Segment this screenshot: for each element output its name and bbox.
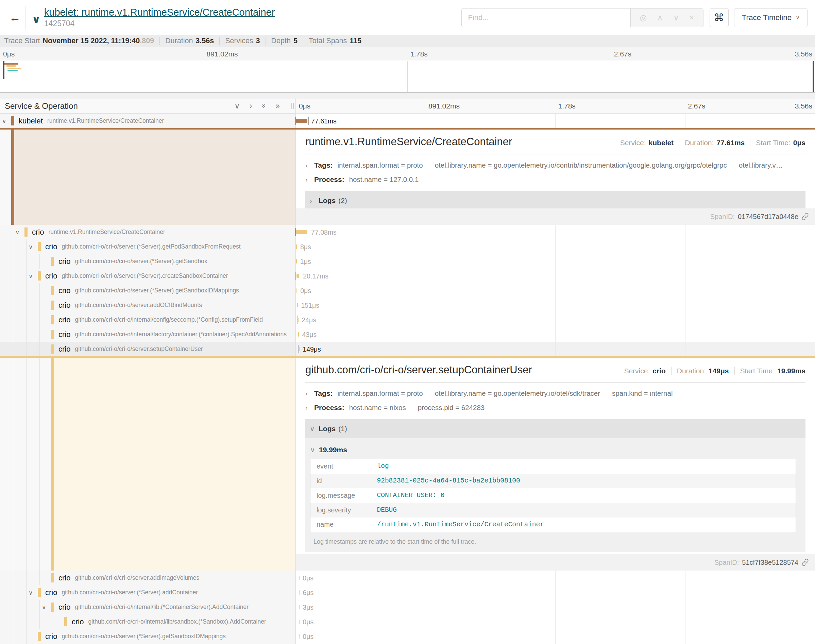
tick-label: 3.56s xyxy=(795,102,812,110)
find-input[interactable] xyxy=(461,8,630,27)
header-toolbar: ◎ ∧ ∨ × ⌘ Trace Timeline ∨ xyxy=(461,8,807,27)
span-detail-card: runtime.v1.RuntimeService/CreateContaine… xyxy=(296,130,815,209)
tags-row[interactable]: › Tags: internal.span.format = protootel… xyxy=(305,161,806,169)
span-row[interactable]: ∨crioruntime.v1.RuntimeService/CreateCon… xyxy=(0,225,815,239)
logs-toggle[interactable]: ∨ Logs (1) xyxy=(305,419,806,438)
service-label: Service: xyxy=(624,367,650,375)
operation-name: github.com/cri-o/cri-o/internal/lib/sand… xyxy=(88,618,266,625)
detail-main: runtime.v1.RuntimeService/CreateContaine… xyxy=(296,130,815,225)
span-duration-bar[interactable] xyxy=(297,303,298,307)
process-label: Process: xyxy=(314,403,345,412)
copy-link-icon[interactable] xyxy=(801,559,809,566)
log-field-value: CONTAINER USER: 0 xyxy=(377,488,796,503)
span-row[interactable]: criogithub.com/cri-o/cri-o/internal/fact… xyxy=(0,327,815,342)
span-row[interactable]: ∨kubeletruntime.v1.RuntimeService/Create… xyxy=(0,113,815,128)
service-name: crio xyxy=(45,588,57,597)
span-duration-bar[interactable] xyxy=(299,347,300,351)
span-detail-meta: Service: kubelet Duration: 77.61ms Start… xyxy=(620,139,806,147)
span-duration-bar[interactable] xyxy=(299,590,300,595)
span-row[interactable]: criogithub.com/cri-o/cri-o/server.(*Serv… xyxy=(0,254,815,268)
log-entry-toggle[interactable]: ∨ 19.99ms xyxy=(310,446,801,454)
span-row[interactable]: criogithub.com/cri-o/cri-o/server.(*Serv… xyxy=(0,629,815,644)
span-duration-bar[interactable] xyxy=(299,634,300,639)
span-row[interactable]: criogithub.com/cri-o/cri-o/server.(*Serv… xyxy=(0,283,815,298)
start-time-label: Start Time: xyxy=(756,139,790,147)
log-field-row: id92b82381-025c-4a64-815c-ba2e1bb08100 xyxy=(310,474,796,488)
spanid-row: SpanID: 51cf7f38e5128574 xyxy=(296,554,815,570)
logs-toggle[interactable]: › Logs (2) xyxy=(305,191,806,209)
log-entry-time: 19.99ms xyxy=(319,446,347,454)
logs-section: ∨ Logs (1) ∨ 19.99ms eventlogid92b82381-… xyxy=(305,419,806,552)
span-rows-group: criogithub.com/cri-o/cri-o/server.addIma… xyxy=(0,570,815,644)
prev-result-icon[interactable]: ∧ xyxy=(657,13,663,23)
span-row[interactable]: ∨criogithub.com/cri-o/cri-o/server.(*Ser… xyxy=(0,268,815,283)
process-row[interactable]: › Process: host.name = 127.0.0.1 xyxy=(305,175,806,184)
operation-name: github.com/cri-o/cri-o/server.setupConta… xyxy=(75,345,203,353)
trace-title-link[interactable]: kubelet: runtime.v1.RuntimeService/Creat… xyxy=(44,7,275,18)
span-duration-bar[interactable] xyxy=(298,317,299,322)
logs-body: ∨ 19.99ms eventlogid92b82381-025c-4a64-8… xyxy=(305,438,806,552)
collapse-one-icon[interactable]: ∨ xyxy=(234,101,240,110)
services-label: Services xyxy=(225,37,253,45)
collapse-all-icon[interactable]: » xyxy=(259,104,268,108)
span-duration-bar[interactable] xyxy=(297,274,300,278)
minimap-left-handle[interactable] xyxy=(3,61,5,79)
operation-name: github.com/cri-o/cri-o/internal/factory/… xyxy=(75,331,286,338)
keyboard-shortcuts-button[interactable]: ⌘ xyxy=(709,8,729,27)
log-field-value: log xyxy=(377,459,796,474)
collapse-trace-chevron-icon[interactable]: ∨ xyxy=(32,12,41,26)
minimap-canvas[interactable] xyxy=(0,61,815,92)
span-duration-label: 3μs xyxy=(303,603,314,611)
span-duration-bar[interactable] xyxy=(296,259,297,264)
depth-label: Depth xyxy=(271,37,291,45)
back-button[interactable]: ← xyxy=(8,11,23,24)
next-result-icon[interactable]: ∨ xyxy=(673,13,679,23)
span-duration-bar[interactable] xyxy=(296,119,307,123)
span-row[interactable]: ∨criogithub.com/cri-o/cri-o/server.(*Ser… xyxy=(0,585,815,600)
services-value: 3 xyxy=(256,37,260,45)
span-duration-label: 0μs xyxy=(303,618,314,626)
span-duration-bar[interactable] xyxy=(297,288,297,293)
span-duration-bar[interactable] xyxy=(296,230,307,234)
total-spans-label: Total Spans xyxy=(309,37,347,45)
span-duration-label: 149μs xyxy=(303,345,321,353)
minimap-right-handle[interactable] xyxy=(813,61,814,92)
logs-label: Logs xyxy=(319,196,335,205)
trace-start-ms: .809 xyxy=(140,37,154,45)
trace-view-dropdown[interactable]: Trace Timeline ∨ xyxy=(734,8,807,27)
span-detail-title: github.com/cri-o/cri-o/server.setupConta… xyxy=(305,364,532,376)
span-duration-bar[interactable] xyxy=(298,332,299,337)
trace-id: 1425704 xyxy=(44,19,275,28)
span-duration-bar[interactable] xyxy=(296,244,297,249)
span-duration-label: 0μs xyxy=(303,632,314,640)
expand-one-icon[interactable]: › xyxy=(250,101,252,110)
copy-link-icon[interactable] xyxy=(801,213,809,220)
start-time-label: Start Time: xyxy=(740,367,775,375)
span-row[interactable]: criogithub.com/cri-o/cri-o/internal/conf… xyxy=(0,313,815,327)
column-resize-handle[interactable] xyxy=(291,103,294,109)
span-duration-bar[interactable] xyxy=(299,576,300,580)
find-group: ◎ ∧ ∨ × xyxy=(461,8,703,27)
span-detail-meta: Service: crio Duration: 149μs Start Time… xyxy=(624,367,806,375)
tag-item: host.name = nixos xyxy=(349,403,406,412)
duration-label: Duration xyxy=(165,37,193,45)
log-field-value: DEBUG xyxy=(377,503,796,518)
span-row[interactable]: criogithub.com/cri-o/cri-o/server.addOCI… xyxy=(0,298,815,313)
clear-search-icon[interactable]: × xyxy=(689,13,694,23)
chevron-right-icon: › xyxy=(310,197,319,205)
process-row[interactable]: › Process: host.name = nixosprocess.pid … xyxy=(305,403,806,412)
detail-left-gutter xyxy=(0,358,296,570)
tags-row[interactable]: › Tags: internal.span.format = protootel… xyxy=(305,389,806,397)
locate-icon[interactable]: ◎ xyxy=(640,13,647,23)
span-row[interactable]: ∨criogithub.com/cri-o/cri-o/internal/lib… xyxy=(0,600,815,615)
span-duration-label: 0μs xyxy=(303,574,314,582)
span-row[interactable]: criogithub.com/cri-o/cri-o/internal/lib/… xyxy=(0,615,815,629)
duration-value: 149μs xyxy=(709,367,729,375)
span-row[interactable]: criogithub.com/cri-o/cri-o/server.setupC… xyxy=(0,342,815,356)
span-duration-bar[interactable] xyxy=(299,605,300,609)
span-duration-bar[interactable] xyxy=(299,619,300,624)
expand-all-icon[interactable]: » xyxy=(276,101,280,110)
span-row[interactable]: criogithub.com/cri-o/cri-o/server.addIma… xyxy=(0,570,815,585)
span-row[interactable]: ∨criogithub.com/cri-o/cri-o/server.(*Ser… xyxy=(0,239,815,254)
operation-name: runtime.v1.RuntimeService/CreateContaine… xyxy=(48,228,165,236)
